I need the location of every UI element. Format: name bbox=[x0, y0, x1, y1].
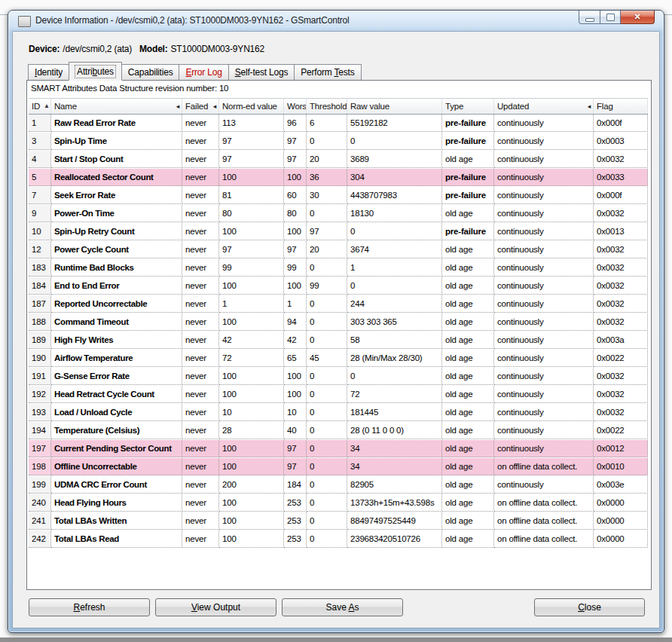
attribute-row-190[interactable]: 190Airflow Temperaturenever72654528 (Min… bbox=[29, 350, 648, 368]
cell-id: 198 bbox=[29, 458, 51, 475]
tab-error-log[interactable]: Error Log bbox=[179, 64, 228, 80]
refresh-button[interactable]: Refresh bbox=[29, 598, 150, 616]
column-header-name[interactable]: Name◂ bbox=[51, 99, 182, 114]
device-info-line: Device:/dev/csmi0,2 (ata)Model:ST1000DM0… bbox=[29, 44, 272, 54]
cell-flag: 0x0032 bbox=[594, 313, 648, 331]
title-bar[interactable]: Device Information - /dev/csmi0,2 (ata):… bbox=[8, 11, 664, 31]
cell-raw: 1 bbox=[347, 259, 442, 277]
attribute-row-188[interactable]: 188Command Timeoutnever100940303 303 365… bbox=[29, 313, 648, 332]
cell-worst: 80 bbox=[284, 205, 307, 222]
model-value: ST1000DM003-9YN162 bbox=[171, 44, 264, 54]
attribute-row-242[interactable]: 242Total LBAs Readnever10025302396834205… bbox=[29, 530, 648, 549]
maximize-button[interactable] bbox=[600, 11, 621, 24]
column-header-normed[interactable]: Norm-ed value bbox=[219, 99, 284, 114]
maximize-icon bbox=[606, 14, 615, 21]
cell-threshold: 0 bbox=[307, 476, 347, 494]
cell-name: Current Pending Sector Count bbox=[51, 440, 182, 457]
cell-flag: 0x003a bbox=[594, 332, 648, 349]
tab-perform-tests[interactable]: Perform Tests bbox=[294, 64, 361, 80]
cell-worst: 100 bbox=[284, 368, 307, 385]
cell-threshold: 0 bbox=[307, 512, 347, 530]
tab-capabilities[interactable]: Capabilities bbox=[121, 64, 180, 80]
close-button[interactable]: Close bbox=[534, 598, 645, 616]
cell-threshold: 97 bbox=[307, 223, 347, 240]
cell-type: old age bbox=[442, 476, 494, 494]
cell-failed: never bbox=[182, 476, 219, 494]
cell-raw: 34 bbox=[347, 440, 442, 457]
cell-type: old age bbox=[442, 313, 494, 331]
cell-raw: 303 303 365 bbox=[347, 313, 442, 331]
attribute-row-240[interactable]: 240Head Flying Hoursnever100253013733h+1… bbox=[29, 494, 648, 512]
cell-normed: 1 bbox=[219, 295, 284, 313]
column-header-worst[interactable]: Worst bbox=[284, 99, 307, 114]
tab-label: Capabilities bbox=[128, 67, 173, 78]
cell-type: old age bbox=[442, 332, 494, 349]
column-header-type[interactable]: Type bbox=[442, 99, 494, 114]
column-header-flag[interactable]: Flag bbox=[594, 99, 648, 114]
attribute-row-191[interactable]: 191G-Sense Error Ratenever10010000old ag… bbox=[29, 368, 648, 386]
column-header-failed[interactable]: Failed◂ bbox=[182, 99, 219, 114]
attribute-row-199[interactable]: 199UDMA CRC Error Countnever200184082905… bbox=[29, 476, 648, 494]
cell-updated: continuously bbox=[494, 422, 594, 439]
cell-failed: never bbox=[182, 115, 219, 132]
column-label: Raw value bbox=[350, 99, 389, 114]
cell-type: pre-failure bbox=[442, 169, 494, 186]
attribute-row-194[interactable]: 194Temperature (Celsius)never2840028 (0 … bbox=[29, 422, 648, 440]
cell-name: Reported Uncorrectable bbox=[51, 295, 182, 313]
cell-flag: 0x0012 bbox=[594, 440, 648, 457]
column-label: Type bbox=[445, 99, 463, 114]
attribute-row-3[interactable]: 3Spin-Up Timenever979700pre-failureconti… bbox=[29, 133, 648, 151]
attribute-row-1[interactable]: 1Raw Read Error Ratenever11396655192182p… bbox=[29, 115, 648, 133]
attribute-row-7[interactable]: 7Seek Error Ratenever8160304438707983pre… bbox=[29, 187, 648, 205]
cell-threshold: 99 bbox=[307, 277, 347, 295]
tab-self-test-logs[interactable]: Self-test Logs bbox=[228, 64, 295, 80]
attribute-row-183[interactable]: 183Runtime Bad Blocksnever999901old agec… bbox=[29, 259, 648, 277]
cell-type: old age bbox=[442, 512, 494, 530]
view-output-button[interactable]: View Output bbox=[155, 598, 276, 616]
attribute-row-184[interactable]: 184End to End Errornever100100990old age… bbox=[29, 277, 648, 295]
cell-name: Spin-Up Retry Count bbox=[51, 223, 182, 240]
attribute-row-193[interactable]: 193Load / Unload Cyclenever10100181445ol… bbox=[29, 404, 648, 422]
cell-threshold: 0 bbox=[307, 368, 347, 385]
attribute-row-241[interactable]: 241Total LBAs Writtennever10025308849749… bbox=[29, 512, 648, 530]
minimize-button[interactable] bbox=[579, 11, 600, 24]
column-label: Failed bbox=[185, 99, 208, 114]
column-header-id[interactable]: ID▲ bbox=[29, 99, 51, 114]
attribute-row-5[interactable]: 5Reallocated Sector Countnever1001003630… bbox=[29, 169, 648, 187]
cell-threshold: 0 bbox=[307, 295, 347, 313]
cell-updated: continuously bbox=[494, 476, 594, 494]
cell-name: Reallocated Sector Count bbox=[51, 169, 182, 186]
cell-id: 5 bbox=[29, 169, 51, 186]
column-header-raw[interactable]: Raw value bbox=[347, 99, 442, 114]
attribute-row-192[interactable]: 192Head Retract Cycle Countnever10010007… bbox=[29, 386, 648, 404]
column-header-updated[interactable]: Updated◂ bbox=[494, 99, 594, 114]
cell-failed: never bbox=[182, 169, 219, 186]
attribute-row-12[interactable]: 12Power Cycle Countnever9797203674old ag… bbox=[29, 241, 648, 259]
attribute-row-187[interactable]: 187Reported Uncorrectablenever110244old … bbox=[29, 295, 648, 313]
cell-raw: 0 bbox=[347, 277, 442, 295]
cell-worst: 100 bbox=[284, 386, 307, 403]
attribute-row-198[interactable]: 198Offline Uncorrectablenever10097034old… bbox=[29, 458, 648, 476]
column-indicator-icon: ◂ bbox=[213, 103, 217, 110]
cell-worst: 60 bbox=[284, 187, 307, 204]
button-label: View Output bbox=[191, 602, 240, 613]
attribute-row-9[interactable]: 9Power-On Timenever8080018130old agecont… bbox=[29, 205, 648, 223]
cell-updated: continuously bbox=[494, 332, 594, 349]
cell-name: Spin-Up Time bbox=[51, 133, 182, 150]
tab-identity[interactable]: Identity bbox=[28, 64, 69, 80]
attribute-row-189[interactable]: 189High Fly Writesnever4242058old agecon… bbox=[29, 332, 648, 350]
tab-attributes[interactable]: Attributes bbox=[69, 62, 122, 81]
cell-threshold: 0 bbox=[307, 494, 347, 512]
cell-flag: 0x0032 bbox=[594, 404, 648, 421]
cell-updated: continuously bbox=[494, 187, 594, 204]
attribute-row-4[interactable]: 4Start / Stop Countnever9797203689old ag… bbox=[29, 151, 648, 169]
cell-worst: 253 bbox=[284, 494, 307, 512]
close-button[interactable]: ✕ bbox=[621, 11, 655, 24]
desktop-background-strip bbox=[0, 637, 672, 642]
cell-normed: 97 bbox=[219, 241, 284, 258]
attribute-row-10[interactable]: 10Spin-Up Retry Countnever100100970pre-f… bbox=[29, 223, 648, 241]
cell-name: Total LBAs Written bbox=[51, 512, 182, 530]
save-as-button[interactable]: Save As bbox=[282, 598, 403, 616]
attribute-row-197[interactable]: 197Current Pending Sector Countnever1009… bbox=[29, 440, 648, 458]
column-header-threshold[interactable]: Threshold bbox=[307, 99, 347, 114]
